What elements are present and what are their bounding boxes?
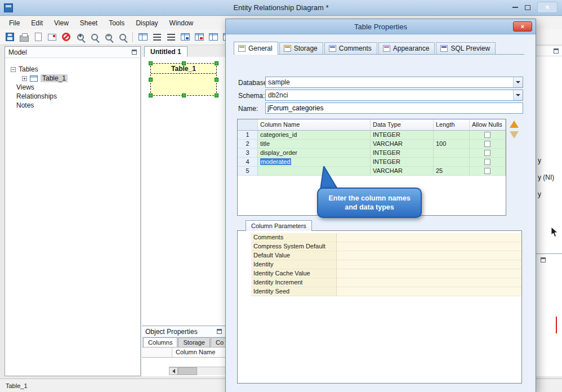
save-button[interactable]	[3, 30, 16, 43]
column-name-cell[interactable]: title	[258, 140, 371, 149]
tab-appearance[interactable]: Appearance	[378, 42, 435, 54]
length-cell[interactable]: 25	[434, 167, 470, 176]
panel-restore-icon[interactable]	[554, 48, 559, 54]
diagram-table-shape[interactable]: Table_1	[150, 63, 217, 96]
tab-general[interactable]: General	[234, 42, 278, 55]
resize-handle[interactable]	[215, 78, 218, 82]
minimize-icon	[512, 7, 518, 8]
zoom-out-button[interactable]	[102, 30, 115, 43]
data-type-cell[interactable]: INTEGER	[371, 131, 434, 140]
resize-handle[interactable]	[182, 93, 186, 97]
panel-restore-icon[interactable]	[132, 50, 137, 55]
save-icon	[6, 33, 14, 41]
allow-nulls-checkbox[interactable]	[484, 141, 490, 147]
parameter-value-cell[interactable]	[337, 233, 521, 242]
scrollbar-thumb[interactable]	[178, 367, 197, 375]
collapse-icon[interactable]: −	[11, 67, 16, 72]
expand-icon[interactable]: +	[22, 76, 27, 81]
menu-sheet[interactable]: Sheet	[74, 17, 103, 29]
tab-storage[interactable]: Storage	[178, 337, 210, 347]
column-name-cell[interactable]	[258, 167, 371, 176]
menu-display[interactable]: Display	[130, 17, 163, 29]
schema-dropdown[interactable]: db2nci	[265, 90, 523, 101]
allow-nulls-checkbox[interactable]	[484, 168, 490, 174]
database-dropdown[interactable]: sample	[265, 77, 523, 88]
tab-columns[interactable]: Columns	[143, 337, 177, 347]
export-button[interactable]	[46, 30, 59, 43]
tree-item-views[interactable]: Views	[16, 83, 140, 92]
data-type-cell[interactable]: VARCHAR	[371, 167, 434, 176]
zoom-fit-button[interactable]	[116, 30, 129, 43]
zoom-out-icon	[105, 34, 112, 41]
tab-storage[interactable]: Storage	[279, 42, 323, 54]
allow-nulls-checkbox[interactable]	[484, 159, 490, 165]
dropdown-arrow-button[interactable]	[513, 77, 523, 87]
horizontal-scrollbar[interactable]	[169, 367, 225, 375]
stop-button[interactable]	[60, 30, 73, 43]
column-name-cell[interactable]: categories_id	[258, 131, 371, 140]
table-columns-button[interactable]	[207, 30, 220, 43]
dropdown-arrow-button[interactable]	[513, 90, 523, 100]
zoom-in-button[interactable]	[74, 30, 87, 43]
column-name-cell[interactable]: display_order	[258, 149, 371, 158]
menu-window[interactable]: Window	[164, 17, 199, 29]
minimize-button[interactable]	[512, 7, 518, 8]
grid-lines-button[interactable]	[150, 30, 163, 43]
maximize-button[interactable]	[525, 5, 530, 10]
parameter-value-cell[interactable]	[337, 278, 521, 287]
tab-comments[interactable]: Comments	[324, 42, 377, 54]
resize-handle[interactable]	[149, 78, 153, 82]
tree-item-tables[interactable]: − Tables	[11, 65, 140, 74]
data-type-cell[interactable]: VARCHAR	[371, 140, 434, 149]
tree-item-relationships[interactable]: Relationships	[16, 92, 140, 101]
length-cell[interactable]	[434, 149, 470, 158]
close-button[interactable]: ×	[537, 2, 557, 13]
menu-file[interactable]: File	[3, 17, 25, 29]
scrollbar-track[interactable]	[197, 367, 225, 375]
panel-restore-icon[interactable]	[541, 257, 546, 262]
status-text: Table_1	[6, 382, 28, 389]
data-type-cell[interactable]: INTEGER	[371, 149, 434, 158]
maximize-icon	[525, 5, 530, 10]
zoom-actual-button[interactable]	[88, 30, 101, 43]
move-column-up-button[interactable]	[510, 121, 519, 128]
zoom-in-icon	[77, 34, 84, 41]
length-cell[interactable]: 100	[434, 140, 470, 149]
tab-sql-preview[interactable]: SQL Preview	[436, 42, 496, 54]
menu-edit[interactable]: Edit	[25, 17, 48, 29]
data-type-cell[interactable]: INTEGER	[371, 158, 434, 167]
tree-item-notes[interactable]: Notes	[16, 101, 140, 110]
move-column-down-button[interactable]	[510, 131, 519, 139]
tab-column-parameters[interactable]: Column Parameters	[246, 220, 312, 231]
scroll-left-button[interactable]	[169, 367, 178, 375]
parameter-value-cell[interactable]	[337, 251, 521, 260]
table-view-button[interactable]	[179, 30, 191, 43]
print-button[interactable]	[17, 30, 30, 43]
name-input[interactable]	[265, 103, 523, 114]
object-properties-header: Object Properties	[142, 326, 225, 337]
column-name-cell-editing[interactable]: moderated	[258, 158, 371, 167]
allow-nulls-checkbox[interactable]	[484, 150, 490, 156]
menu-tools[interactable]: Tools	[103, 17, 130, 29]
resize-handle[interactable]	[215, 93, 218, 97]
resize-handle[interactable]	[149, 61, 153, 65]
resize-handle[interactable]	[182, 61, 186, 65]
tab-untitled1[interactable]: Untitled 1	[144, 46, 188, 57]
resize-handle[interactable]	[149, 93, 153, 97]
resize-handle[interactable]	[215, 61, 218, 65]
new-table-button[interactable]	[136, 30, 149, 43]
row-lines-button[interactable]	[164, 30, 177, 43]
allow-nulls-checkbox[interactable]	[484, 132, 490, 138]
parameter-value-cell[interactable]	[337, 287, 521, 296]
dialog-close-button[interactable]: ×	[513, 21, 532, 32]
parameter-value-cell[interactable]	[337, 242, 521, 251]
new-page-button[interactable]	[32, 30, 44, 43]
parameter-value-cell[interactable]	[337, 260, 521, 269]
length-cell[interactable]	[434, 158, 470, 167]
table-nulls-button[interactable]	[193, 30, 206, 43]
panel-restore-icon[interactable]	[217, 329, 222, 334]
parameter-value-cell[interactable]	[337, 269, 521, 278]
menu-view[interactable]: View	[48, 17, 74, 29]
length-cell[interactable]	[434, 131, 470, 140]
tree-item-table1[interactable]: + Table_1	[22, 74, 140, 83]
